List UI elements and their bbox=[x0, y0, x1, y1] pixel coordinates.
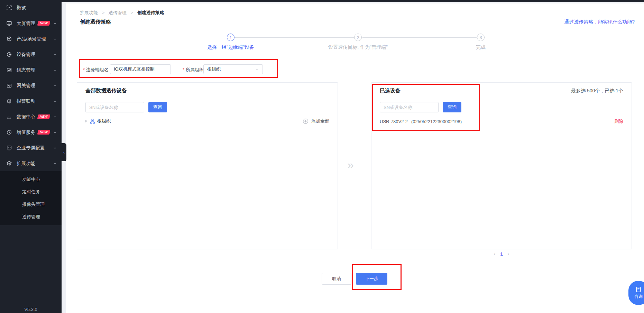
pagination-prev-icon[interactable]: ‹ bbox=[490, 251, 499, 257]
pie-icon bbox=[6, 52, 12, 57]
sidebar-item-alarm[interactable]: 报警联动 bbox=[0, 93, 62, 109]
device-sn: (0250522122300002198) bbox=[411, 119, 462, 124]
alarm-bell-icon bbox=[6, 98, 12, 104]
pagination-next-icon[interactable]: › bbox=[504, 251, 513, 257]
all-devices-panel: 全部数据透传设备 查询 根组织 添加全部 bbox=[77, 82, 338, 249]
selected-devices-query-button[interactable]: 查询 bbox=[443, 102, 461, 112]
add-all-label: 添加全部 bbox=[311, 118, 329, 124]
sidebar-item-label: 企业专属配置 bbox=[17, 145, 45, 151]
sidebar-item-label: 产品/场景管理 bbox=[17, 36, 46, 42]
gateway-icon bbox=[6, 83, 12, 89]
add-all-button[interactable]: 添加全部 bbox=[303, 118, 329, 124]
consult-float-button[interactable]: 咨询 bbox=[628, 281, 644, 305]
tree-expand-icon[interactable] bbox=[85, 120, 87, 122]
group-name-input[interactable] bbox=[110, 64, 171, 74]
sidebar-item-product[interactable]: 产品/场景管理 bbox=[0, 31, 62, 47]
selected-devices-panel: 已选设备 最多选 500个，已选 1个 查询 USR-780V2-2 (0250… bbox=[371, 82, 632, 249]
sidebar-collapse-handle[interactable]: ‹ bbox=[62, 143, 66, 161]
pagination: ‹ 1 › bbox=[371, 251, 632, 257]
breadcrumb-separator: > bbox=[130, 10, 133, 15]
sidebar-subitem-timed-task[interactable]: 定时任务 bbox=[0, 186, 62, 198]
group-name-label: *边缘端组名 bbox=[83, 67, 109, 73]
selection-limit-text: 最多选 500个，已选 1个 bbox=[571, 88, 623, 94]
selected-devices-search-input[interactable] bbox=[380, 102, 439, 112]
chevron-down-icon bbox=[255, 67, 259, 71]
sidebar-item-overview[interactable]: 概览 bbox=[0, 0, 62, 16]
sidebar-item-scada[interactable]: 组态管理 bbox=[0, 62, 62, 78]
new-badge: NEW bbox=[37, 21, 50, 26]
new-badge: NEW bbox=[37, 130, 50, 135]
sidebar-subitem-passthrough[interactable]: 透传管理 bbox=[0, 211, 62, 223]
step-1-label: 选择一组"边缘端"设备 bbox=[207, 44, 254, 50]
breadcrumb-item[interactable]: 扩展功能 bbox=[80, 10, 98, 15]
new-badge: NEW bbox=[37, 114, 50, 119]
breadcrumb: 扩展功能 > 透传管理 > 创建透传策略 bbox=[80, 10, 164, 16]
version-label: V5.3.0 bbox=[0, 307, 62, 312]
sidebar-item-label: 概览 bbox=[17, 5, 26, 11]
chevron-down-icon bbox=[53, 22, 57, 25]
sidebar-item-label: 大屏管理 bbox=[17, 20, 35, 27]
device-name: USR-780V2-2 bbox=[380, 119, 408, 124]
collapse-chevron-icon: ‹ bbox=[63, 150, 65, 155]
sidebar: 概览 大屏管理 NEW 产品/场景管理 设备管理 组态管理 网关管理 报警联动 … bbox=[0, 0, 62, 313]
image-icon bbox=[6, 67, 12, 73]
chevron-down-icon bbox=[53, 146, 57, 150]
chevron-down-icon bbox=[53, 115, 57, 119]
sidebar-item-vas[interactable]: 增值服务 NEW bbox=[0, 125, 62, 140]
required-asterisk: * bbox=[183, 67, 184, 72]
all-devices-search-input[interactable] bbox=[85, 102, 144, 112]
step-connector bbox=[362, 37, 477, 38]
extension-submenu: 功能中心 定时任务 摄像头管理 透传管理 bbox=[0, 171, 62, 225]
org-tree-label[interactable]: 根组织 bbox=[97, 118, 111, 124]
cancel-button[interactable]: 取消 bbox=[322, 273, 351, 285]
pagination-page-1[interactable]: 1 bbox=[499, 251, 504, 257]
org-select[interactable]: 根组织 bbox=[203, 64, 263, 74]
transfer-right-icon: » bbox=[347, 158, 354, 172]
org-tree-icon bbox=[90, 119, 95, 124]
step-1-circle: 1 bbox=[227, 34, 234, 41]
sidebar-item-gateway[interactable]: 网关管理 bbox=[0, 78, 62, 93]
cube-icon bbox=[6, 36, 12, 42]
sidebar-item-extension[interactable]: 扩展功能 bbox=[0, 156, 62, 171]
next-step-button[interactable]: 下一步 bbox=[356, 273, 387, 285]
chevron-up-icon bbox=[53, 162, 57, 165]
page-title: 创建透传策略 bbox=[80, 19, 111, 25]
chevron-down-icon bbox=[53, 131, 57, 134]
sidebar-item-label: 报警联动 bbox=[17, 98, 35, 104]
service-clock-icon bbox=[6, 129, 12, 135]
delete-device-link[interactable]: 删除 bbox=[614, 118, 623, 125]
help-link[interactable]: 通过透传策略，能实现什么功能? bbox=[564, 19, 635, 25]
consult-label: 咨询 bbox=[634, 294, 643, 300]
bar-chart-icon bbox=[6, 114, 12, 120]
breadcrumb-separator: > bbox=[102, 10, 105, 15]
sidebar-subitem-function-center[interactable]: 功能中心 bbox=[0, 173, 62, 186]
sidebar-item-device[interactable]: 设备管理 bbox=[0, 47, 62, 62]
chevron-down-icon bbox=[53, 68, 57, 72]
document-icon bbox=[635, 286, 642, 293]
sidebar-item-label: 组态管理 bbox=[17, 67, 35, 73]
screen-icon bbox=[6, 20, 12, 26]
chevron-down-icon bbox=[53, 84, 57, 88]
top-dark-strip bbox=[0, 0, 644, 2]
chevron-down-icon bbox=[53, 37, 57, 41]
step-3-label: 完成 bbox=[476, 44, 486, 50]
sidebar-item-label: 网关管理 bbox=[17, 83, 35, 89]
org-tree-row: 根组织 添加全部 bbox=[85, 117, 329, 125]
required-asterisk: * bbox=[83, 67, 85, 72]
sidebar-item-datacenter[interactable]: 数据中心 NEW bbox=[0, 109, 62, 125]
chevron-down-icon bbox=[53, 100, 57, 103]
org-label: *所属组织 bbox=[183, 67, 204, 73]
sidebar-item-enterprise[interactable]: 企业专属配置 bbox=[0, 140, 62, 156]
sidebar-item-label: 设备管理 bbox=[17, 52, 35, 58]
breadcrumb-current: 创建透传策略 bbox=[137, 10, 164, 15]
breadcrumb-item[interactable]: 透传管理 bbox=[109, 10, 127, 15]
step-connector bbox=[235, 37, 354, 38]
sidebar-item-label: 扩展功能 bbox=[17, 160, 35, 167]
selected-devices-title: 已选设备 bbox=[380, 88, 401, 94]
all-devices-query-button[interactable]: 查询 bbox=[148, 102, 167, 112]
layers-icon bbox=[6, 160, 12, 166]
org-select-value: 根组织 bbox=[207, 66, 221, 72]
selected-device-row: USR-780V2-2 (0250522122300002198) 删除 bbox=[380, 118, 623, 125]
sidebar-item-bigscreen[interactable]: 大屏管理 NEW bbox=[0, 16, 62, 31]
sidebar-subitem-camera[interactable]: 摄像头管理 bbox=[0, 198, 62, 211]
